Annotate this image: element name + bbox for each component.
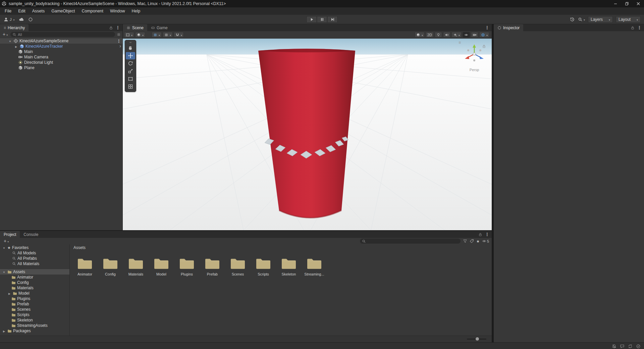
tree-item-assets[interactable]: Assets <box>0 269 69 275</box>
scene-options-kebab-icon[interactable] <box>117 39 121 44</box>
shading-mode-dropdown[interactable] <box>415 32 425 38</box>
inspector-lock-icon[interactable] <box>631 26 635 30</box>
tree-item-all-prefabs[interactable]: All Prefabs <box>0 256 69 261</box>
slider-thumb[interactable] <box>476 337 479 341</box>
asset-folder-plugins[interactable]: Plugins <box>174 253 200 276</box>
search-by-label-icon[interactable] <box>470 239 474 243</box>
project-lock-icon[interactable] <box>478 233 482 237</box>
account-button[interactable]: J <box>3 17 15 22</box>
restore-button[interactable] <box>621 0 633 7</box>
scene-visibility-toggle[interactable] <box>463 32 470 38</box>
menu-component[interactable]: Component <box>78 7 107 15</box>
tab-scene[interactable]: Scene <box>123 24 147 31</box>
scene-viewport[interactable]: Persp <box>123 39 492 230</box>
tree-item-animator[interactable]: Animator <box>0 275 69 280</box>
draw-gizmo-dropdown[interactable] <box>135 32 145 38</box>
tree-item-skeleton[interactable]: Skeleton <box>0 317 69 323</box>
tab-console[interactable]: Console <box>20 231 42 238</box>
hierarchy-item-kinect4azuretracker[interactable]: Kinect4AzureTracker <box>0 44 122 49</box>
rect-tool-button[interactable] <box>126 75 135 83</box>
asset-folder-scenes[interactable]: Scenes <box>225 253 251 276</box>
expand-arrow-icon[interactable] <box>8 39 12 43</box>
view-tool-button[interactable] <box>126 44 135 52</box>
scale-tool-button[interactable] <box>126 67 135 75</box>
hierarchy-kebab-icon[interactable] <box>116 25 120 30</box>
asset-folder-model[interactable]: Model <box>149 253 174 276</box>
tab-game[interactable]: Game <box>147 24 171 31</box>
undo-history-button[interactable] <box>570 17 575 22</box>
hierarchy-item-main[interactable]: Main <box>0 49 122 54</box>
hierarchy-search-input[interactable]: All <box>10 32 115 37</box>
save-search-star-icon[interactable] <box>476 239 480 244</box>
tree-item-favorites[interactable]: Favorites <box>0 245 69 250</box>
menu-help[interactable]: Help <box>128 7 144 15</box>
expand-arrow-icon[interactable] <box>2 269 6 274</box>
search-button[interactable] <box>578 17 585 22</box>
tree-item-plugins[interactable]: Plugins <box>0 296 69 301</box>
tree-item-all-models[interactable]: All Models <box>0 250 69 256</box>
version-control-button[interactable] <box>28 17 33 22</box>
tree-item-scripts[interactable]: Scripts <box>0 312 69 317</box>
asset-folder-prefab[interactable]: Prefab <box>200 253 225 276</box>
services-sync-icon[interactable] <box>628 344 633 349</box>
close-button[interactable] <box>633 0 644 7</box>
asset-folder-skeleton[interactable]: Skeleton <box>276 253 302 276</box>
pause-button[interactable] <box>317 16 327 23</box>
create-object-button[interactable] <box>2 32 9 37</box>
hierarchy-filter-icon[interactable] <box>117 33 121 37</box>
menu-assets[interactable]: Assets <box>29 7 48 15</box>
tree-item-materials[interactable]: Materials <box>0 285 69 291</box>
hierarchy-item-directional-light[interactable]: Directional Light <box>0 60 122 65</box>
menu-edit[interactable]: Edit <box>15 7 29 15</box>
rotate-tool-button[interactable] <box>126 60 135 67</box>
status-ok-icon[interactable] <box>636 344 641 349</box>
grid-snap-dropdown[interactable] <box>163 32 173 38</box>
grid-visibility-dropdown[interactable] <box>152 32 162 38</box>
gizmo-perspective-label[interactable]: Persp <box>459 68 490 72</box>
audio-toggle-button[interactable] <box>443 32 450 38</box>
lighting-toggle-button[interactable] <box>435 32 442 38</box>
tree-item-config[interactable]: Config <box>0 280 69 285</box>
effects-dropdown[interactable] <box>451 32 462 38</box>
tree-item-packages[interactable]: Packages <box>0 328 69 334</box>
expand-arrow-icon[interactable] <box>14 44 18 49</box>
create-asset-button[interactable] <box>3 239 10 244</box>
cloud-services-button[interactable] <box>19 17 24 22</box>
step-button[interactable] <box>327 16 338 23</box>
tab-inspector[interactable]: Inspector <box>494 24 523 31</box>
expand-arrow-icon[interactable] <box>2 245 6 250</box>
layout-dropdown[interactable]: Layout <box>616 16 641 23</box>
asset-folder-materials[interactable]: Materials <box>123 253 149 276</box>
tree-item-all-materials[interactable]: All Materials <box>0 261 69 266</box>
expand-arrow-icon[interactable] <box>7 291 11 296</box>
layers-dropdown[interactable]: Layers <box>588 16 613 23</box>
tree-item-streamingassets[interactable]: StreamingAssets <box>0 323 69 328</box>
overlay-drag-handle-icon[interactable] <box>125 41 136 44</box>
camera-settings-button[interactable] <box>471 32 478 38</box>
snap-increment-dropdown[interactable] <box>174 32 184 38</box>
scene-orientation-gizmo[interactable]: Persp <box>459 43 490 72</box>
search-by-type-icon[interactable] <box>463 239 467 243</box>
asset-folder-config[interactable]: Config <box>98 253 123 276</box>
collab-chat-icon[interactable] <box>620 344 625 349</box>
inspector-kebab-icon[interactable] <box>637 25 642 30</box>
asset-folder-streamingassets[interactable]: Streaming... <box>302 253 327 276</box>
mute-notifications-icon[interactable] <box>612 344 616 349</box>
asset-folder-animator[interactable]: Animator <box>72 253 98 276</box>
menu-gameobject[interactable]: GameObject <box>48 7 78 15</box>
tree-item-scenes[interactable]: Scenes <box>0 307 69 312</box>
tab-hierarchy[interactable]: Hierarchy <box>0 24 29 31</box>
minimize-button[interactable] <box>610 0 621 7</box>
prefab-open-chevron-icon[interactable] <box>119 44 121 49</box>
gizmos-dropdown[interactable] <box>479 32 489 38</box>
menu-window[interactable]: Window <box>107 7 128 15</box>
project-kebab-icon[interactable] <box>485 232 489 237</box>
tree-item-prefab[interactable]: Prefab <box>0 301 69 307</box>
hierarchy-lock-icon[interactable] <box>109 26 113 30</box>
hierarchy-item-plane[interactable]: Plane <box>0 65 122 70</box>
tool-settings-dropdown[interactable] <box>124 32 134 38</box>
transform-tool-button[interactable] <box>126 83 135 90</box>
2d-toggle-button[interactable]: 2D <box>426 32 434 38</box>
asset-folder-scripts[interactable]: Scripts <box>251 253 276 276</box>
hidden-packages-toggle[interactable]: 5 <box>482 239 489 243</box>
